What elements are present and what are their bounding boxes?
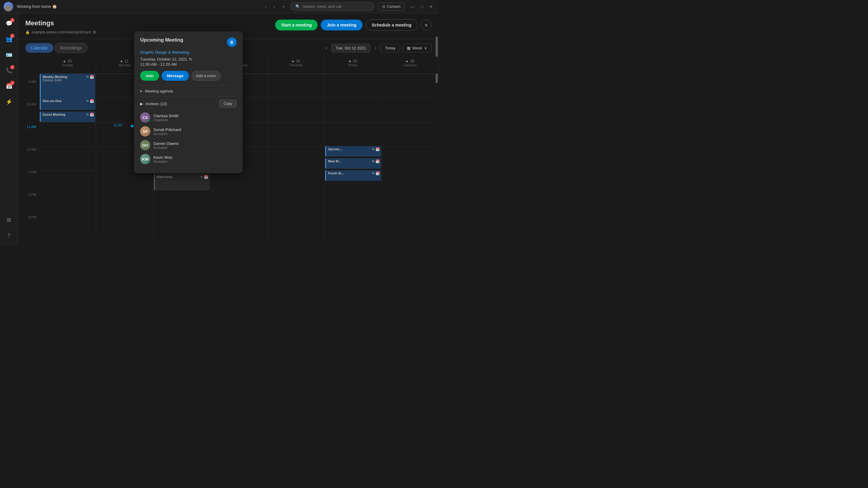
search-bar[interactable]: 🔍 Search, meet, and call — [290, 2, 375, 11]
sidebar: 💬 4 👥 1 🪪 📞 1 📅 1 ⚡ ⊞ ? — [0, 13, 18, 246]
sync-icon3[interactable]: ↻ — [86, 113, 89, 117]
online-indicator-kevin — [147, 161, 150, 164]
main-layout: 💬 4 👥 1 🪪 📞 1 📅 1 ⚡ ⊞ ? — [0, 13, 439, 246]
new-tab-button[interactable]: + — [281, 3, 287, 10]
popup-agenda-label: Meeting agenda — [145, 89, 173, 93]
popup-meeting-link[interactable]: Graphic Design & Marketing — [140, 50, 237, 55]
forward-button[interactable]: › — [272, 3, 277, 10]
popup-time: 11:00 AM - 11:20 AM — [140, 62, 237, 67]
header-actions: Start a meeting Join a meeting Schedule … — [275, 19, 432, 31]
sync-icon2[interactable]: ↻ — [86, 99, 89, 103]
popup-agenda-section[interactable]: ▶ Meeting agenda — [140, 86, 237, 96]
back-button[interactable]: ‹ — [263, 3, 268, 10]
day-friday: 15 Friday — [324, 57, 381, 73]
current-date-display[interactable]: Tue, Oct 12 2021 — [331, 44, 370, 53]
fresh-title: Fresh St... — [328, 171, 379, 175]
cal-icon3[interactable]: 📆 — [90, 113, 94, 117]
event-newm[interactable]: ↻ 📆 New M... — [325, 158, 381, 169]
recur-icon: ↻ — [189, 57, 192, 61]
meeting-popup: Upcoming Meeting 🗑 Graphic Design & Mark… — [134, 31, 243, 173]
time-2pm: 2 PM — [18, 193, 39, 216]
copy-url-button[interactable]: ⧉ — [92, 29, 96, 35]
user-avatar[interactable] — [4, 2, 13, 11]
maximize-button[interactable]: □ — [418, 3, 426, 10]
close-button[interactable]: ✕ — [427, 3, 435, 10]
prev-week-button[interactable]: ‹ — [324, 44, 329, 52]
popup-join-button[interactable]: Join — [140, 71, 159, 81]
cal-icon8[interactable]: 📆 — [375, 147, 380, 151]
next-week-button[interactable]: › — [373, 44, 378, 52]
sidebar-item-apps[interactable]: ⊞ — [2, 213, 16, 227]
sidebar-item-chat[interactable]: 💬 4 — [2, 17, 16, 30]
week-icon: ▦ — [407, 46, 410, 50]
copy-button[interactable]: Copy — [219, 100, 237, 107]
tab-recordings[interactable]: Recordings — [55, 43, 87, 53]
sidebar-bottom: ⊞ ? — [2, 213, 16, 242]
avatar-darren: DO — [140, 140, 150, 150]
grid-col-saturday — [382, 74, 439, 238]
apps-icon: ⊞ — [7, 217, 11, 223]
cal-icon9[interactable]: 📆 — [375, 159, 380, 163]
monday-dot — [121, 61, 122, 62]
invitee-clarissa: CS Clarissa Smith Organiser — [140, 110, 237, 124]
connect-button[interactable]: ⊡ Connect — [378, 3, 404, 10]
cal-icon2[interactable]: 📆 — [90, 99, 94, 103]
sidebar-item-help[interactable]: ? — [2, 229, 16, 242]
popup-date: Tuesday, October 12, 2021 ↻ — [140, 57, 237, 61]
cal-icon10[interactable]: 📆 — [375, 171, 380, 175]
time-10am: 10 AM — [18, 102, 39, 125]
popup-add-room-button[interactable]: Add a room — [191, 71, 221, 81]
cal-icon7[interactable]: 📆 — [204, 175, 208, 179]
event-upcom-fri[interactable]: ↻ 📆 Upcom... — [325, 146, 381, 157]
minimize-button[interactable]: — — [408, 3, 417, 10]
today-button[interactable]: Today — [380, 44, 400, 53]
search-placeholder: Search, meet, and call — [303, 4, 341, 9]
week-view-button[interactable]: ▦ Week ∨ — [402, 44, 432, 53]
time-indicator-dot — [131, 125, 133, 127]
search-icon: 🔍 — [296, 4, 300, 9]
agenda-arrow-icon: ▶ — [140, 89, 143, 93]
sunday-dot — [64, 61, 65, 62]
sync-icon9[interactable]: ↻ — [372, 159, 375, 163]
sidebar-item-analytics[interactable]: ⚡ — [2, 95, 16, 108]
time-9am: 9 AM — [18, 80, 39, 102]
event-afternoon[interactable]: ↻ 📆 Afternoon — [154, 174, 210, 190]
event-one-on-one[interactable]: ↻ 📆 One-on-One — [40, 98, 95, 110]
schedule-meeting-button[interactable]: Schedule a meeting — [366, 19, 418, 31]
sidebar-item-contacts[interactable]: 👥 1 — [2, 33, 16, 46]
window-title: Working from home 🏠 — [17, 4, 259, 9]
scrollbar[interactable] — [435, 13, 439, 246]
titlebar: Working from home 🏠 ‹ › + 🔍 Search, meet… — [0, 0, 439, 13]
weekly-meeting-sub: Clarissa Smith — [42, 78, 93, 82]
url-icon: 🔒 — [25, 30, 30, 34]
online-indicator-clarissa — [147, 120, 150, 122]
invitee-info-sonali: Sonali Pritchard Accepted — [153, 127, 181, 135]
day-sunday: 10 Sunday — [39, 57, 96, 73]
event-guest-meeting[interactable]: ↻ 📆 Guest Meeting — [40, 111, 95, 122]
hour-line-12 — [39, 146, 96, 147]
time-11am: 11 AM — [18, 125, 39, 148]
popup-close-button[interactable]: 🗑 — [227, 37, 237, 47]
sync-icon7[interactable]: ↻ — [200, 175, 203, 179]
time-12pm: 12 AM — [18, 148, 39, 170]
time-3pm: 3 PM — [18, 216, 39, 238]
day-thursday: 14 Thursday — [268, 57, 324, 73]
invitee-info-kevin: Kevin Woo Accepted — [153, 155, 173, 163]
sync-icon10[interactable]: ↻ — [372, 171, 375, 175]
sidebar-item-phone[interactable]: 📞 1 — [2, 64, 16, 77]
tab-calendar[interactable]: Calendar — [25, 43, 53, 53]
afternoon-actions: ↻ 📆 — [200, 175, 208, 179]
more-options-button[interactable]: ∨ — [421, 20, 432, 30]
popup-message-button[interactable]: Message — [161, 71, 189, 81]
event-fresh[interactable]: ↻ 📆 Fresh St... — [325, 170, 381, 181]
start-meeting-button[interactable]: Start a meeting — [275, 20, 318, 30]
upcom-fri-title: Upcom... — [328, 147, 379, 151]
avatar-clarissa: CS — [140, 112, 150, 123]
sync-icon8[interactable]: ↻ — [372, 147, 375, 151]
newm-actions: ↻ 📆 — [372, 159, 380, 163]
invitee-sonali: SP Sonali Pritchard Accepted — [140, 124, 237, 138]
join-meeting-button[interactable]: Join a meeting — [321, 20, 362, 30]
sidebar-item-people[interactable]: 🪪 — [2, 48, 16, 61]
event-weekly-meeting[interactable]: ↻ 📆 Weekly Meeting Clarissa Smith — [40, 74, 95, 98]
sidebar-item-calendar[interactable]: 📅 1 — [2, 79, 16, 93]
